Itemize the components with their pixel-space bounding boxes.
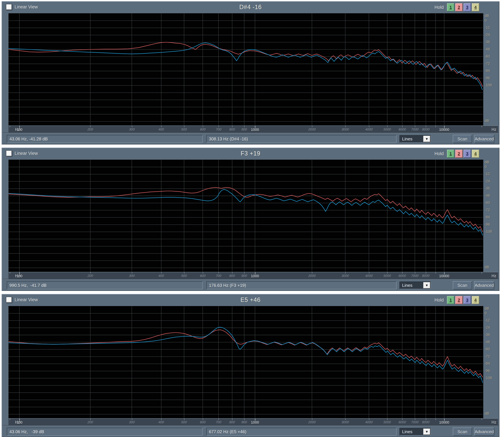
frequency-tick-label: 300 [129, 128, 135, 131]
frequency-tick-label: 3000 [341, 274, 349, 278]
hold-button-2[interactable]: 2 [455, 150, 463, 158]
db-tick-label: -36 [485, 186, 490, 190]
axis-tick [184, 272, 184, 274]
axis-tick [426, 272, 426, 274]
frequency-tick-label: 7000 [411, 420, 419, 424]
spectrum-plot[interactable] [9, 306, 483, 418]
db-tick-label: -60 [485, 347, 490, 351]
frequency-tick-label: 6000 [398, 274, 406, 278]
db-tick-label: -24 [485, 33, 490, 37]
db-tick-label: -72 [485, 61, 490, 66]
axis-tick [161, 419, 161, 420]
analyzer-panel-3: Linear View E5 +46 Hold 1 2 3 4 dB0-12-2… [2, 294, 499, 437]
frequency-tick-label: 2000 [308, 274, 316, 278]
axis-tick [203, 126, 203, 127]
db-tick-label: -96 [485, 76, 490, 80]
hold-button-2[interactable]: 2 [455, 296, 463, 304]
hold-button-3[interactable]: 3 [464, 3, 471, 11]
spectrum-plot[interactable] [9, 13, 483, 126]
frequency-tick-label: 7000 [411, 128, 419, 131]
display-mode-value: Lines [402, 137, 412, 142]
axis-tick [387, 419, 388, 420]
axis-tick [402, 126, 403, 127]
plot-row: dB0-12-24-36-48-60-72-84-96-108dB [2, 160, 499, 272]
hold-button-1[interactable]: 1 [447, 3, 454, 11]
hold-button-4[interactable]: 4 [472, 296, 479, 304]
axis-tick [436, 419, 436, 420]
hold-button-1[interactable]: 1 [447, 296, 454, 304]
frequency-analysis-windows: Linear View D#4 -16 Hold 1 2 3 4 dB0-12-… [0, 0, 504, 437]
axis-tick [415, 272, 415, 274]
db-unit-top: dB [485, 14, 489, 18]
frequency-tick-label: 300 [129, 420, 135, 424]
db-unit-bottom: dB [485, 411, 489, 416]
frequency-tick-label: 900 [241, 128, 247, 131]
axis-tick [244, 272, 244, 274]
db-tick-label: -36 [485, 333, 490, 337]
panel-title: F3 +19 [2, 150, 499, 157]
db-tick-label: -12 [485, 318, 490, 322]
axis-tick [161, 126, 161, 127]
panel-title: D#4 -16 [2, 4, 499, 10]
frequency-tick-label: 1000 [251, 420, 259, 425]
display-mode-dropdown[interactable]: Lines ▼ [399, 135, 431, 143]
axis-tick [10, 419, 10, 420]
frequency-tick-label: 900 [241, 420, 247, 424]
hold-button-3[interactable]: 3 [464, 296, 471, 304]
hold-button-4[interactable]: 4 [472, 150, 479, 158]
frequency-tick-label: 200 [87, 128, 93, 131]
db-tick-label: -36 [485, 40, 490, 44]
frequency-tick-label: 2000 [308, 420, 316, 424]
hold-button-2[interactable]: 2 [455, 3, 463, 11]
axis-tick [482, 272, 482, 274]
axis-tick [482, 126, 482, 127]
display-mode-dropdown[interactable]: Lines ▼ [399, 281, 431, 289]
db-tick-label: -72 [485, 354, 490, 358]
chevron-down-icon: ▼ [425, 284, 428, 287]
plot-row: dB0-12-24-36-48-60-72-84-96-108dB [2, 306, 499, 418]
axis-tick [184, 126, 184, 127]
scan-button[interactable]: Scan [453, 281, 472, 289]
axis-tick [90, 272, 91, 274]
advanced-button[interactable]: Advanced [474, 281, 494, 289]
frequency-tick-label: 2000 [308, 128, 316, 131]
dropdown-arrow-button[interactable]: ▼ [423, 136, 430, 142]
scan-button[interactable]: Scan [453, 135, 472, 143]
hold-button-3[interactable]: 3 [464, 150, 471, 158]
db-tick-label: 0 [485, 165, 487, 169]
hold-label: Hold [434, 298, 444, 303]
db-tick-label: -96 [485, 222, 490, 227]
hold-button-4[interactable]: 4 [472, 3, 479, 11]
dropdown-arrow-button[interactable]: ▼ [423, 428, 430, 435]
frequency-axis: Hz10020030040050060070080090010002000300… [9, 126, 498, 132]
frequency-tick-label: 4000 [365, 128, 373, 131]
axis-tick [426, 126, 426, 127]
axis-tick [244, 419, 244, 420]
spectrum-curve-hold-red [9, 188, 483, 232]
frequency-tick-label: 400 [158, 128, 164, 131]
frequency-tick-label: 5000 [383, 128, 391, 131]
frequency-tick-label: 500 [181, 274, 187, 278]
status-bar: 43.06 Hz, -39 dB 677.02 Hz (E5 +46) Line… [2, 426, 499, 437]
frequency-tick-label: 3000 [341, 420, 349, 424]
axis-tick [10, 272, 10, 274]
spectrum-plot[interactable] [9, 160, 483, 272]
db-unit-top: dB [485, 306, 489, 311]
spectrum-curve-hold-blue [9, 327, 483, 383]
axis-tick [232, 272, 232, 274]
db-tick-label: -24 [485, 179, 490, 183]
hold-button-1[interactable]: 1 [447, 150, 454, 158]
scan-button[interactable]: Scan [453, 427, 472, 436]
axis-tick [219, 126, 219, 127]
axis-tick [369, 126, 369, 127]
dropdown-arrow-button[interactable]: ▼ [423, 282, 430, 288]
advanced-button[interactable]: Advanced [474, 135, 494, 143]
frequency-tick-label: 200 [87, 420, 93, 424]
frequency-tick-label: 10000 [439, 420, 449, 425]
advanced-button[interactable]: Advanced [474, 427, 494, 436]
hz-unit-right: Hz [492, 127, 496, 132]
display-mode-dropdown[interactable]: Lines ▼ [399, 428, 431, 436]
frequency-tick-label: 8000 [422, 420, 430, 424]
axis-tick [132, 272, 132, 274]
frequency-tick-label: 5000 [383, 420, 391, 424]
